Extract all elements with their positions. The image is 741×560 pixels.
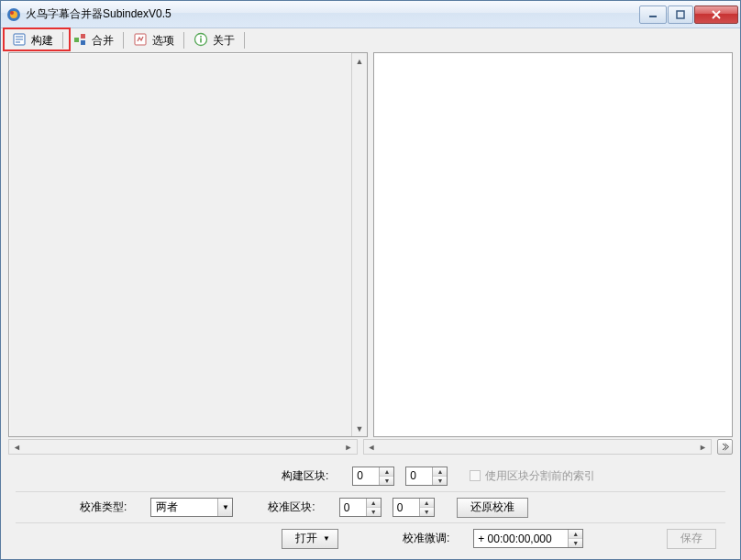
calib-fine-spinner[interactable]: ▲▼ [473, 529, 583, 548]
scroll-up-arrow[interactable]: ▲ [352, 53, 367, 69]
tab-options[interactable]: 选项 [125, 28, 182, 52]
tab-options-label: 选项 [152, 33, 174, 49]
spin-down[interactable]: ▼ [367, 508, 381, 516]
options-icon [133, 32, 148, 49]
tab-merge[interactable]: 合并 [64, 28, 122, 52]
build-icon [12, 32, 27, 49]
expand-chevron-button[interactable] [717, 439, 733, 455]
save-button: 保存 [667, 529, 716, 549]
revert-calib-button[interactable]: 还原校准 [457, 498, 528, 518]
calib-type-combo[interactable]: 两者 ▼ [150, 498, 233, 517]
app-icon [6, 7, 21, 22]
window-title: 火鸟字幕合并器SubindexV0.5 [26, 6, 639, 22]
svg-rect-12 [200, 36, 202, 38]
toolbar: 构建 合并 选项 关于 [1, 28, 740, 52]
build-block-row: 构建区块: ▲▼ ▲▼ 使用区块分割前的索引 [16, 460, 725, 491]
left-pane-body[interactable]: ▲ ▼ [8, 52, 368, 437]
open-button[interactable]: 打开 ▼ [282, 529, 338, 549]
calib-block-a-input[interactable] [340, 499, 366, 516]
left-hscrollbar[interactable]: ◄ ► [8, 439, 358, 455]
svg-rect-4 [677, 11, 684, 18]
left-pane: ▲ ▼ [8, 52, 368, 437]
tab-build-label: 构建 [31, 33, 53, 49]
calib-fine-input[interactable] [474, 530, 568, 547]
tab-build[interactable]: 构建 [4, 28, 61, 52]
use-presplit-label: 使用区块分割前的索引 [485, 468, 595, 484]
right-pane [373, 52, 733, 437]
scroll-right-arrow[interactable]: ► [695, 440, 711, 454]
svg-rect-11 [200, 38, 202, 42]
close-button[interactable] [694, 5, 738, 24]
window-controls [639, 5, 738, 24]
build-block-a-input[interactable] [353, 467, 379, 485]
tab-merge-label: 合并 [92, 33, 114, 49]
calib-type-value: 两者 [156, 500, 217, 515]
build-block-a-spinner[interactable]: ▲▼ [352, 467, 394, 486]
titlebar[interactable]: 火鸟字幕合并器SubindexV0.5 [1, 1, 740, 28]
spin-up[interactable]: ▲ [380, 467, 393, 477]
build-block-label: 构建区块: [282, 468, 328, 484]
svg-rect-6 [74, 38, 79, 42]
spin-up[interactable]: ▲ [367, 499, 381, 508]
calib-block-b-spinner[interactable]: ▲▼ [393, 498, 435, 517]
scroll-right-arrow[interactable]: ► [341, 440, 357, 454]
right-hscrollbar[interactable]: ◄ ► [363, 439, 713, 455]
merge-icon [72, 32, 87, 49]
calib-block-label: 校准区块: [268, 500, 315, 515]
horizontal-scroll-row: ◄ ► ◄ ► [8, 439, 733, 455]
scroll-left-arrow[interactable]: ◄ [9, 440, 25, 454]
controls-panel: 构建区块: ▲▼ ▲▼ 使用区块分割前的索引 校准类型: [8, 455, 733, 554]
build-block-b-spinner[interactable]: ▲▼ [405, 467, 448, 486]
calib-block-b-input[interactable] [393, 499, 419, 516]
scroll-track[interactable] [352, 69, 367, 421]
save-button-label: 保存 [680, 531, 702, 546]
spin-up[interactable]: ▲ [420, 499, 434, 508]
toolbar-separator [62, 32, 63, 49]
scroll-track[interactable] [380, 440, 696, 454]
maximize-button[interactable] [668, 5, 693, 24]
tab-about[interactable]: 关于 [185, 28, 243, 52]
scroll-track[interactable] [25, 440, 341, 454]
calib-row: 校准类型: 两者 ▼ 校准区块: ▲▼ ▲▼ [16, 491, 725, 522]
toolbar-separator [123, 32, 124, 49]
spin-down[interactable]: ▼ [433, 477, 447, 485]
spin-down[interactable]: ▼ [420, 508, 434, 516]
open-button-label: 打开 [295, 531, 317, 546]
chevron-down-icon: ▼ [323, 534, 330, 543]
bottom-row: 打开 ▼ 校准微调: ▲▼ 保存 [16, 522, 725, 554]
right-pane-body[interactable] [373, 52, 733, 437]
spin-up[interactable]: ▲ [569, 530, 582, 539]
svg-rect-7 [81, 34, 85, 38]
left-vscrollbar[interactable]: ▲ ▼ [351, 53, 367, 436]
toolbar-separator [244, 32, 245, 49]
revert-calib-label: 还原校准 [470, 500, 514, 515]
svg-rect-3 [649, 16, 657, 17]
scroll-left-arrow[interactable]: ◄ [364, 440, 380, 454]
tab-about-label: 关于 [213, 33, 235, 49]
spin-down[interactable]: ▼ [569, 539, 582, 547]
svg-point-2 [10, 11, 14, 15]
calib-block-a-spinner[interactable]: ▲▼ [339, 498, 382, 517]
about-icon [194, 32, 208, 49]
content-area: ▲ ▼ ◄ ► ◄ ► [1, 52, 740, 559]
scroll-down-arrow[interactable]: ▼ [352, 421, 367, 436]
calib-type-label: 校准类型: [80, 500, 127, 515]
minimize-button[interactable] [639, 5, 667, 24]
panes: ▲ ▼ [8, 52, 733, 437]
use-presplit-checkbox [470, 470, 481, 481]
app-window: 火鸟字幕合并器SubindexV0.5 构建 合并 选项 [0, 0, 741, 560]
calib-fine-label: 校准微调: [403, 531, 449, 546]
toolbar-separator [183, 32, 184, 49]
spin-up[interactable]: ▲ [433, 467, 447, 477]
svg-rect-8 [81, 40, 85, 45]
spin-down[interactable]: ▼ [380, 477, 393, 485]
chevron-down-icon[interactable]: ▼ [217, 499, 232, 516]
build-block-b-input[interactable] [406, 467, 432, 485]
